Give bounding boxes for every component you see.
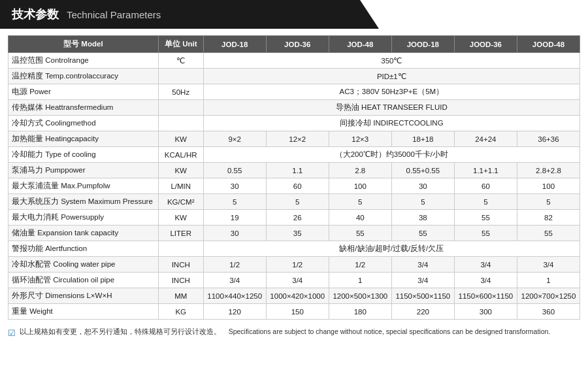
value-cell: 38 xyxy=(391,210,454,226)
title-zh: 技术参数 xyxy=(12,7,59,22)
value-cell: 5 xyxy=(391,194,454,210)
unit-cell: KG/CM² xyxy=(158,194,203,210)
value-cell: 5 xyxy=(329,194,391,210)
value-cell: 3/4 xyxy=(203,273,266,288)
value-cell: 0.55 xyxy=(203,163,266,178)
param-name-cell: 电源 Power xyxy=(8,84,159,100)
value-cell: 1150×600×1150 xyxy=(454,288,517,304)
value-cell: 3/4 xyxy=(391,273,454,288)
footer: ☑ 以上规格如有变更，恕不另行通知，特殊规格可另行设计改造。 Specifica… xyxy=(0,324,588,341)
unit-cell xyxy=(158,69,203,84)
value-cell: 0.55+0.55 xyxy=(391,163,454,178)
info-icon: ☑ xyxy=(8,328,16,338)
param-name-cell: 泵浦马力 Pumppower xyxy=(8,163,159,178)
param-name-cell: 冷却水配管 Cooling water pipe xyxy=(8,257,159,273)
unit-cell xyxy=(158,116,203,131)
unit-cell: L/MIN xyxy=(158,178,203,194)
unit-cell: ℃ xyxy=(158,53,203,69)
unit-cell: LITER xyxy=(158,226,203,241)
col-header-1: 单位 Unit xyxy=(158,36,203,53)
param-name-cell: 冷却能力 Type of cooling xyxy=(8,147,159,163)
value-cell: 30 xyxy=(203,178,266,194)
value-cell: 180 xyxy=(329,304,391,320)
footer-zh: 以上规格如有变更，恕不另行通知，特殊规格可另行设计改造。 xyxy=(20,327,221,335)
span-cell: 间接冷却 INDIRECTCOOLING xyxy=(203,116,580,131)
value-cell: 1 xyxy=(329,273,391,288)
value-cell: 3/4 xyxy=(517,257,580,273)
value-cell: 26 xyxy=(266,210,329,226)
value-cell: 1/2 xyxy=(203,257,266,273)
table-row: 加热能量 HeatingcapacityKW9×212×212×318+1824… xyxy=(8,131,580,147)
unit-cell: KCAL/HR xyxy=(158,147,203,163)
value-cell: 19 xyxy=(203,210,266,226)
unit-cell: 50Hz xyxy=(158,84,203,100)
param-name-cell: 最大系统压力 System Maximum Pressure xyxy=(8,194,159,210)
value-cell: 1000×420×1000 xyxy=(266,288,329,304)
param-name-cell: 传热媒体 Heattransfermedium xyxy=(8,100,159,116)
value-cell: 55 xyxy=(329,226,391,241)
value-cell: 60 xyxy=(266,178,329,194)
table-row: 警报功能 Alertfunction缺相/缺油/超时/过载/反转/欠压 xyxy=(8,241,580,257)
table-row: 传热媒体 Heattransfermedium导热油 HEAT TRANSEER… xyxy=(8,100,580,116)
col-header-6: JOOD-36 xyxy=(454,36,517,53)
col-header-3: JOD-36 xyxy=(266,36,329,53)
span-cell: 350℃ xyxy=(203,53,580,69)
value-cell: 55 xyxy=(391,226,454,241)
value-cell: 12×2 xyxy=(266,131,329,147)
param-name-cell: 温控精度 Temp.controlaccuracy xyxy=(8,69,159,84)
value-cell: 100 xyxy=(517,178,580,194)
value-cell: 5 xyxy=(266,194,329,210)
param-name-cell: 最大泵浦流量 Max.Pumpfolw xyxy=(8,178,159,194)
value-cell: 5 xyxy=(517,194,580,210)
col-header-0: 型号 Model xyxy=(8,36,159,53)
value-cell: 2.8+2.8 xyxy=(517,163,580,178)
value-cell: 12×3 xyxy=(329,131,391,147)
param-name-cell: 储油量 Expansion tank capacity xyxy=(8,226,159,241)
unit-cell: INCH xyxy=(158,273,203,288)
value-cell: 1/2 xyxy=(266,257,329,273)
unit-cell xyxy=(158,100,203,116)
table-row: 最大电力消耗 PowersupplyKW192640385582 xyxy=(8,210,580,226)
table-row: 电源 Power50HzAC3；380V 50Hz3P+E（5M） xyxy=(8,84,580,100)
value-cell: 1200×700×1250 xyxy=(517,288,580,304)
value-cell: 3/4 xyxy=(454,273,517,288)
table-row: 最大系统压力 System Maximum PressureKG/CM²5555… xyxy=(8,194,580,210)
span-cell: 缺相/缺油/超时/过载/反转/欠压 xyxy=(203,241,580,257)
unit-cell xyxy=(158,241,203,257)
unit-cell: KG xyxy=(158,304,203,320)
param-name-cell: 循环油配管 Circulation oil pipe xyxy=(8,273,159,288)
value-cell: 30 xyxy=(203,226,266,241)
value-cell: 9×2 xyxy=(203,131,266,147)
table-header-row: 型号 Model单位 UnitJOD-18JOD-36JOD-48JOOD-18… xyxy=(8,36,580,53)
param-name-cell: 最大电力消耗 Powersupply xyxy=(8,210,159,226)
unit-cell: INCH xyxy=(158,257,203,273)
unit-cell: KW xyxy=(158,131,203,147)
value-cell: 82 xyxy=(517,210,580,226)
value-cell: 18+18 xyxy=(391,131,454,147)
table-row: 温控精度 Temp.controlaccuracyPID±1℃ xyxy=(8,69,580,84)
table-wrap: 型号 Model单位 UnitJOD-18JOD-36JOD-48JOOD-18… xyxy=(0,35,588,324)
value-cell: 100 xyxy=(329,178,391,194)
value-cell: 1150×500×1150 xyxy=(391,288,454,304)
col-header-7: JOOD-48 xyxy=(517,36,580,53)
value-cell: 360 xyxy=(517,304,580,320)
value-cell: 24+24 xyxy=(454,131,517,147)
param-name-cell: 警报功能 Alertfunction xyxy=(8,241,159,257)
value-cell: 1.1+1.1 xyxy=(454,163,517,178)
value-cell: 5 xyxy=(454,194,517,210)
value-cell: 60 xyxy=(454,178,517,194)
span-cell: 导热油 HEAT TRANSEER FLUID xyxy=(203,100,580,116)
param-name-cell: 冷却方式 Coolingmethod xyxy=(8,116,159,131)
param-name-cell: 温控范围 Controlrange xyxy=(8,53,159,69)
table-row: 泵浦马力 PumppowerKW0.551.12.80.55+0.551.1+1… xyxy=(8,163,580,178)
param-name-cell: 加热能量 Heatingcapacity xyxy=(8,131,159,147)
value-cell: 150 xyxy=(266,304,329,320)
table-row: 温控范围 Controlrange℃350℃ xyxy=(8,53,580,69)
table-row: 重量 WeightKG120150180220300360 xyxy=(8,304,580,320)
value-cell: 1200×500×1300 xyxy=(329,288,391,304)
value-cell: 30 xyxy=(391,178,454,194)
value-cell: 3/4 xyxy=(266,273,329,288)
span-cell: （大200℃时）约35000千卡/小时 xyxy=(203,147,580,163)
value-cell: 220 xyxy=(391,304,454,320)
table-row: 冷却能力 Type of coolingKCAL/HR（大200℃时）约3500… xyxy=(8,147,580,163)
